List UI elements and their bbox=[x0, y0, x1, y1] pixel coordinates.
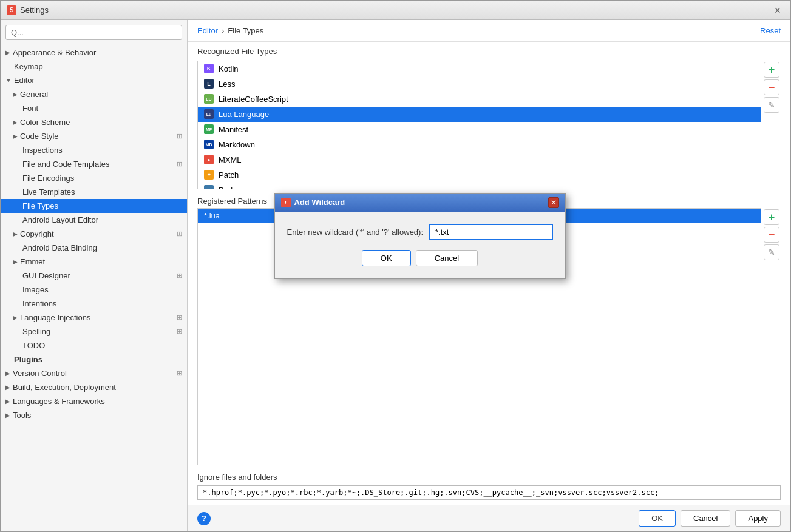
wildcard-input[interactable] bbox=[429, 224, 552, 240]
add-wildcard-dialog: ! Add Wildcard ✕ Enter new wildcard ('*'… bbox=[274, 193, 566, 279]
dialog-input-row: Enter new wildcard ('*' and '?' allowed)… bbox=[287, 224, 553, 240]
dialog-label: Enter new wildcard ('*' and '?' allowed)… bbox=[287, 227, 424, 237]
dialog-title-bar: ! Add Wildcard ✕ bbox=[275, 194, 565, 212]
settings-window: S Settings ✕ ▶ Appearance & Behavior Key… bbox=[0, 0, 791, 532]
dialog-ok-button[interactable]: OK bbox=[362, 250, 411, 266]
dialog-buttons: OK Cancel bbox=[287, 250, 553, 271]
dialog-title: Add Wildcard bbox=[294, 198, 548, 207]
dialog-icon: ! bbox=[281, 198, 291, 207]
dialog-overlay: ! Add Wildcard ✕ Enter new wildcard ('*'… bbox=[1, 1, 790, 531]
dialog-close-button[interactable]: ✕ bbox=[548, 197, 559, 208]
dialog-cancel-button[interactable]: Cancel bbox=[416, 250, 478, 266]
dialog-body: Enter new wildcard ('*' and '?' allowed)… bbox=[275, 212, 565, 278]
